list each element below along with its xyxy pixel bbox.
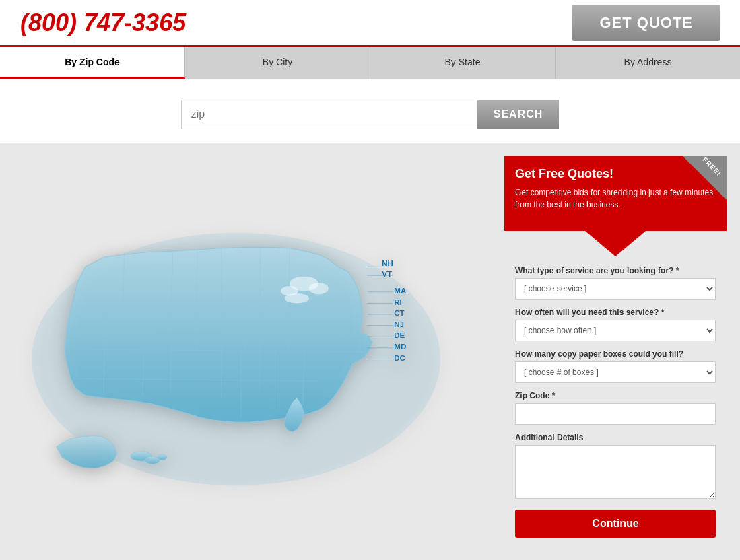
zip-label: Zip Code * xyxy=(515,391,716,400)
continue-button[interactable]: Continue xyxy=(515,510,716,538)
svg-text:CT: CT xyxy=(394,309,404,317)
svg-text:NH: NH xyxy=(382,258,393,267)
search-area: SEARCH xyxy=(0,79,740,143)
svg-text:MD: MD xyxy=(394,343,406,351)
svg-text:DC: DC xyxy=(394,353,405,361)
tab-bar: By Zip Code By City By State By Address xyxy=(0,47,740,79)
frequency-label: How often will you need this service? * xyxy=(515,308,716,317)
header: (800) 747-3365 GET QUOTE xyxy=(0,0,740,47)
phone-number: (800) 747-3365 xyxy=(20,9,186,37)
service-field-group: What type of service are you looking for… xyxy=(515,266,716,300)
free-quote-box: FREE! Get Free Quotes! Get competitive b… xyxy=(504,156,727,231)
details-label: Additional Details xyxy=(515,433,716,442)
tab-city[interactable]: By City xyxy=(185,47,370,79)
details-field-group: Additional Details xyxy=(515,433,716,501)
frequency-field-group: How often will you need this service? * … xyxy=(515,308,716,341)
main-content: NH VT MA RI CT NJ DE MD DC xyxy=(0,143,740,560)
boxes-field-group: How many copy paper boxes could you fill… xyxy=(515,349,716,383)
svg-text:RI: RI xyxy=(394,298,402,306)
tab-address[interactable]: By Address xyxy=(556,47,740,79)
free-badge: FREE! xyxy=(683,156,727,200)
boxes-label: How many copy paper boxes could you fill… xyxy=(515,349,716,359)
details-textarea[interactable] xyxy=(515,445,716,499)
quote-form: What type of service are you looking for… xyxy=(504,256,727,549)
map-container: NH VT MA RI CT NJ DE MD DC xyxy=(27,208,478,497)
zip-field-group: Zip Code * xyxy=(515,391,716,425)
service-label: What type of service are you looking for… xyxy=(515,266,716,275)
us-map[interactable]: NH VT MA RI CT NJ DE MD DC xyxy=(27,208,465,491)
service-select[interactable]: [ choose service ] One-Time Shredding Sc… xyxy=(515,278,716,300)
free-badge-text: FREE! xyxy=(701,156,723,178)
quote-box-arrow xyxy=(585,231,646,256)
svg-point-19 xyxy=(308,283,328,294)
svg-point-23 xyxy=(157,454,166,460)
svg-text:DE: DE xyxy=(394,331,405,339)
get-quote-button[interactable]: GET QUOTE xyxy=(572,5,720,41)
right-panel: FREE! Get Free Quotes! Get competitive b… xyxy=(504,156,727,549)
svg-text:VT: VT xyxy=(382,269,392,277)
zip-field[interactable] xyxy=(515,403,716,425)
tab-zip-code[interactable]: By Zip Code xyxy=(0,47,185,79)
frequency-select[interactable]: [ choose how often ] Weekly Bi-Weekly Mo… xyxy=(515,320,716,341)
search-button[interactable]: SEARCH xyxy=(477,100,560,129)
boxes-select[interactable]: [ choose # of boxes ] 1-5 6-10 11-20 21-… xyxy=(515,361,716,383)
map-area: NH VT MA RI CT NJ DE MD DC xyxy=(13,156,491,549)
svg-text:NJ: NJ xyxy=(394,320,404,328)
zip-input[interactable] xyxy=(181,100,477,129)
svg-text:MA: MA xyxy=(394,286,407,294)
tab-state[interactable]: By State xyxy=(370,47,556,79)
svg-point-20 xyxy=(284,293,308,302)
